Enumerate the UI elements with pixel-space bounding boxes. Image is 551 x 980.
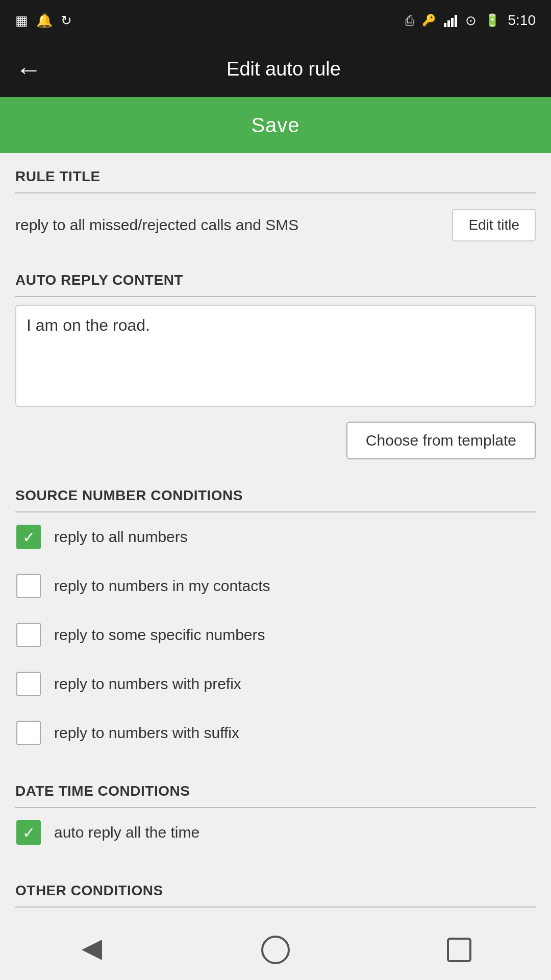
save-button[interactable]: Save: [0, 97, 551, 153]
date-time-header: DATE TIME CONDITIONS: [0, 768, 551, 807]
checkbox-contacts-wrapper: [15, 573, 42, 599]
back-arrow-icon: ←: [15, 54, 42, 85]
auto-reply-divider: [15, 296, 536, 297]
rule-title-text: reply to all missed/rejected calls and S…: [15, 216, 442, 234]
template-row: Choose from template: [0, 416, 551, 472]
other-conditions-section-label: OTHER CONDITIONS: [15, 883, 163, 898]
checkbox-suffix-unchecked: [16, 721, 41, 745]
key-icon: 🔑: [422, 14, 436, 27]
checkbox-all-time-checked: ✓: [16, 820, 41, 845]
choose-template-button[interactable]: Choose from template: [346, 422, 536, 459]
svg-rect-2: [448, 939, 470, 961]
notification-icon: 🔔: [36, 13, 53, 29]
rule-title-section-label: RULE TITLE: [15, 168, 101, 184]
source-number-section-label: SOURCE NUMBER CONDITIONS: [15, 487, 243, 503]
checkbox-all-numbers-label: reply to all numbers: [54, 528, 188, 546]
checkbox-all-time-wrapper: ✓: [15, 819, 42, 846]
page-title: Edit auto rule: [57, 58, 510, 80]
rule-title-row: reply to all missed/rejected calls and S…: [0, 193, 551, 257]
bluetooth-icon: ⎙: [406, 13, 414, 29]
sync-icon: ↻: [61, 13, 72, 29]
checkbox-suffix[interactable]: reply to numbers with suffix: [0, 708, 551, 757]
auto-reply-section-label: AUTO REPLY CONTENT: [15, 272, 183, 288]
checkbox-specific-label: reply to some specific numbers: [54, 626, 265, 644]
checkbox-suffix-label: reply to numbers with suffix: [54, 724, 239, 742]
checkbox-specific-unchecked: [16, 623, 41, 647]
status-bar-left: ▦ 🔔 ↻: [15, 13, 72, 29]
checkbox-all-time-label: auto reply all the time: [54, 824, 199, 841]
checkbox-prefix-unchecked: [16, 672, 41, 696]
svg-marker-0: [82, 940, 102, 960]
checkbox-prefix-label: reply to numbers with prefix: [54, 675, 241, 693]
checkbox-specific-wrapper: [15, 622, 42, 648]
source-number-section: SOURCE NUMBER CONDITIONS ✓ reply to all …: [0, 472, 551, 757]
nav-home-button[interactable]: [240, 929, 311, 970]
nav-recents-button[interactable]: [423, 929, 495, 970]
checkbox-contacts-label: reply to numbers in my contacts: [54, 577, 270, 595]
wifi-icon: ⊙: [465, 13, 477, 29]
checkbox-prefix-wrapper: [15, 671, 42, 697]
nav-bar: ← Edit auto rule: [0, 41, 551, 97]
checkbox-contacts-unchecked: [16, 574, 41, 598]
auto-reply-header: AUTO REPLY CONTENT: [0, 257, 551, 296]
signal-icon: ▦: [15, 13, 28, 29]
nav-home-circle-icon: [260, 935, 291, 965]
bottom-nav: [0, 919, 551, 980]
checkbox-all-numbers-checked: ✓: [16, 525, 41, 549]
signal-bars-icon: [444, 14, 457, 27]
rule-title-header: RULE TITLE: [0, 153, 551, 192]
edit-title-button[interactable]: Edit title: [452, 209, 536, 241]
status-bar: ▦ 🔔 ↻ ⎙ 🔑 ⊙ 🔋 5:10: [0, 0, 551, 41]
status-bar-right: ⎙ 🔑 ⊙ 🔋 5:10: [406, 12, 536, 29]
reply-textarea[interactable]: I am on the road.: [15, 305, 536, 407]
other-conditions-header: OTHER CONDITIONS: [0, 867, 551, 906]
source-number-header: SOURCE NUMBER CONDITIONS: [0, 472, 551, 511]
checkbox-prefix[interactable]: reply to numbers with prefix: [0, 659, 551, 708]
main-scroll-area: Save RULE TITLE reply to all missed/reje…: [0, 97, 551, 919]
checkbox-all-numbers[interactable]: ✓ reply to all numbers: [0, 512, 551, 561]
date-time-section: DATE TIME CONDITIONS ✓ auto reply all th…: [0, 768, 551, 857]
rule-title-section: RULE TITLE reply to all missed/rejected …: [0, 153, 551, 257]
date-time-section-label: DATE TIME CONDITIONS: [15, 783, 190, 799]
back-button[interactable]: ←: [10, 49, 47, 90]
time-display: 5:10: [508, 12, 536, 29]
other-conditions-section: OTHER CONDITIONS: [0, 867, 551, 919]
checkbox-suffix-wrapper: [15, 720, 42, 746]
battery-icon: 🔋: [485, 13, 500, 28]
nav-back-triangle-icon: [77, 935, 107, 965]
auto-reply-section: AUTO REPLY CONTENT I am on the road. Cho…: [0, 257, 551, 472]
checkbox-all-time[interactable]: ✓ auto reply all the time: [0, 808, 551, 857]
checkbox-contacts[interactable]: reply to numbers in my contacts: [0, 561, 551, 610]
checkbox-all-numbers-wrapper: ✓: [15, 524, 42, 550]
nav-back-button[interactable]: [56, 929, 128, 970]
checkbox-specific[interactable]: reply to some specific numbers: [0, 610, 551, 659]
svg-point-1: [262, 937, 289, 963]
nav-recents-square-icon: [444, 935, 474, 965]
